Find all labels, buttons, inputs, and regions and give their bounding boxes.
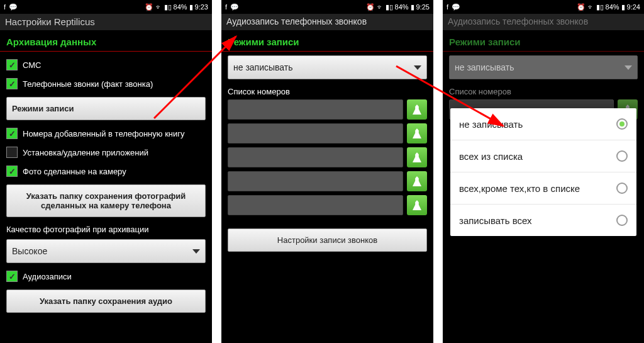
facebook-icon: f [447, 3, 448, 11]
photo-folder-button[interactable]: Указать папку сохранения фотографий сдел… [6, 184, 206, 217]
battery-label: 84% [606, 3, 619, 11]
checkbox-calls[interactable]: Телефонные звонки (факт звонка) [0, 74, 212, 93]
signal-icon: ▮▯ [386, 3, 393, 11]
numbers-list-label: Список номеров [443, 83, 644, 98]
dropdown-value: не записывать [233, 62, 293, 72]
clock-label: 9:23 [195, 3, 208, 11]
number-row [221, 121, 433, 145]
phone-screen-1: f 💬 ⏰ ᯤ ▮▯ 84% ▮ 9:23 Настройки Reptilic… [0, 0, 212, 343]
facebook-icon: f [4, 3, 6, 11]
chevron-down-icon [625, 65, 632, 70]
alarm-icon: ⏰ [366, 3, 375, 11]
mode-dropdown[interactable]: не записывать [449, 55, 638, 79]
clock-label: 9:25 [416, 3, 430, 11]
numbers-list-label: Список номеров [221, 83, 433, 98]
checkbox-label: Фото сделанные на камеру [23, 167, 126, 176]
number-row [221, 193, 433, 217]
record-modes-button[interactable]: Режими записи [6, 97, 206, 120]
chevron-down-icon [414, 65, 421, 70]
number-row [221, 98, 433, 121]
chat-icon: 💬 [230, 3, 239, 11]
radio-icon [616, 215, 628, 226]
dropdown-value: не записывать [455, 62, 514, 72]
contact-picker-button[interactable] [407, 147, 427, 167]
signal-icon: ▮▯ [596, 3, 604, 11]
popup-option-0[interactable]: не записывать [450, 108, 636, 140]
popup-option-3[interactable]: записывать всех [450, 205, 636, 236]
number-row [221, 145, 433, 169]
battery-icon: ▮ [621, 3, 625, 11]
check-icon [6, 128, 18, 139]
phone-number-input[interactable] [228, 195, 403, 215]
battery-label: 84% [174, 3, 187, 11]
contact-picker-button[interactable] [407, 195, 427, 215]
facebook-icon: f [225, 3, 227, 11]
signal-icon: ▮▯ [164, 3, 172, 11]
battery-label: 84% [395, 3, 409, 11]
dropdown-value: Высокое [12, 246, 47, 256]
section-title: Режими записи [221, 30, 433, 52]
contact-picker-button[interactable] [407, 123, 427, 143]
popup-option-1[interactable]: всех из списка [450, 140, 636, 172]
chat-icon: 💬 [9, 3, 18, 11]
checkbox-label: Телефонные звонки (факт звонка) [23, 79, 153, 89]
phone-screen-3: f 💬 ⏰ ᯤ ▮▯ 84% ▮ 9:24 Аудиозапись телефо… [443, 0, 644, 343]
wifi-icon: ᯤ [587, 3, 594, 11]
checkbox-label: СМС [23, 60, 41, 70]
contact-picker-button[interactable] [407, 99, 427, 120]
checkbox-sms[interactable]: СМС [0, 55, 212, 74]
checkbox-photos[interactable]: Фото сделанные на камеру [0, 162, 212, 181]
radio-icon [616, 183, 628, 194]
phone-screen-2: f 💬 ⏰ ᯤ ▮▯ 84% ▮ 9:25 Аудиозапись телефо… [221, 0, 433, 343]
radio-icon [616, 118, 628, 130]
check-icon [6, 166, 18, 177]
option-label: всех,кроме тех,кто в списке [459, 183, 580, 194]
checkbox-audio[interactable]: Аудиозаписи [0, 267, 212, 286]
checkbox-label: Аудиозаписи [23, 272, 72, 281]
check-icon [6, 78, 18, 89]
contact-picker-button[interactable] [407, 171, 427, 191]
alarm-icon: ⏰ [577, 3, 586, 11]
chevron-down-icon [192, 249, 200, 254]
battery-icon: ▮ [189, 3, 193, 11]
checkbox-label: Установка/удаление приложений [23, 148, 148, 157]
check-icon [6, 59, 18, 70]
app-bar: Аудиозапись телефонных звонков [221, 14, 433, 30]
phone-number-input[interactable] [228, 147, 403, 167]
alarm-icon: ⏰ [145, 3, 153, 11]
battery-icon: ▮ [411, 3, 414, 11]
option-label: записывать всех [459, 215, 531, 226]
section-title: Режими записи [443, 30, 644, 52]
checkbox-contacts[interactable]: Номера добавленный в телефонную книгу [0, 124, 212, 143]
wifi-icon: ᯤ [155, 3, 162, 11]
status-bar: f 💬 ⏰ ᯤ ▮▯ 84% ▮ 9:23 [0, 0, 212, 14]
app-bar: Настройки Reptilicus [0, 14, 212, 30]
quality-dropdown[interactable]: Высокое [6, 239, 206, 263]
app-bar: Аудиозапись телефонных звонков [443, 14, 644, 30]
checkbox-apps[interactable]: Установка/удаление приложений [0, 143, 212, 162]
checkbox-label: Номера добавленный в телефонную книгу [23, 129, 185, 138]
phone-number-input[interactable] [228, 99, 403, 120]
option-label: всех из списка [459, 151, 523, 162]
wifi-icon: ᯤ [377, 3, 384, 11]
check-icon [6, 271, 18, 282]
phone-number-input[interactable] [228, 123, 403, 143]
number-row [221, 169, 433, 193]
status-bar: f 💬 ⏰ ᯤ ▮▯ 84% ▮ 9:25 [221, 0, 433, 14]
chat-icon: 💬 [452, 3, 460, 11]
check-icon [6, 147, 18, 158]
section-title: Архивация данных [0, 30, 212, 52]
mode-select-popup: не записывать всех из списка всех,кроме … [450, 108, 636, 236]
mode-dropdown[interactable]: не записывать [228, 55, 427, 79]
popup-option-2[interactable]: всех,кроме тех,кто в списке [450, 172, 636, 205]
call-record-settings-button[interactable]: Настройки записи звонков [228, 228, 427, 252]
phone-number-input[interactable] [228, 171, 403, 191]
radio-icon [616, 150, 628, 162]
audio-folder-button[interactable]: Указать папку сохранения аудио [6, 290, 206, 313]
clock-label: 9:24 [627, 3, 640, 11]
option-label: не записывать [459, 119, 523, 130]
quality-label: Качество фотографий при архивации [0, 221, 212, 235]
status-bar: f 💬 ⏰ ᯤ ▮▯ 84% ▮ 9:24 [443, 0, 644, 14]
